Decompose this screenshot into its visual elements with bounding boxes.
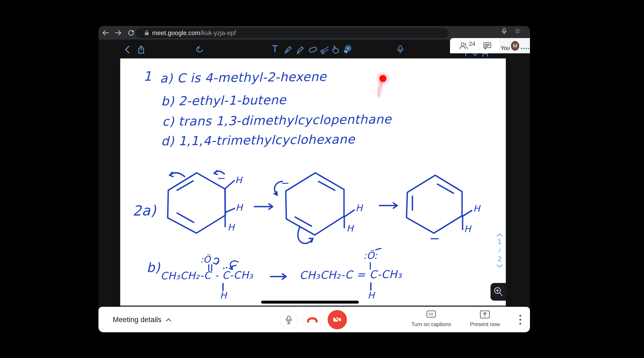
lock-icon <box>144 30 149 36</box>
chemistry-drawing: H H H H H H H H H − − − :Ö :Ö: <box>120 58 506 305</box>
highlighter-tool[interactable] <box>296 45 305 54</box>
captions-label: Turn on captions <box>411 321 451 327</box>
meet-bottom-bar: Meeting details CC Turn <box>98 307 530 332</box>
undo-icon[interactable] <box>195 45 204 54</box>
pen-tool[interactable] <box>284 45 293 54</box>
text-tool[interactable]: T <box>272 44 278 54</box>
wb-back-icon[interactable] <box>123 45 132 54</box>
participant-count: 24 <box>469 40 475 47</box>
chat-icon[interactable] <box>483 42 492 50</box>
meeting-details-toggle[interactable]: Meeting details <box>113 316 171 324</box>
page-separator: / <box>498 247 501 254</box>
h-label: H <box>236 202 243 213</box>
more-options-button[interactable] <box>517 314 524 326</box>
hidden-toolbar-icon-fragments <box>464 53 490 57</box>
url-domain: meet.google.com <box>152 29 200 36</box>
oxygen-right: :Ö: <box>363 250 378 261</box>
h-label: H <box>464 223 472 234</box>
voice-search-icon[interactable] <box>501 28 507 35</box>
page-down-icon[interactable] <box>496 264 503 268</box>
hang-up-icon <box>307 317 318 323</box>
panel-divider <box>479 41 479 50</box>
browser-window: meet.google.com/kuk-yzja-epf ☆ T <box>98 26 530 332</box>
present-label: Present now <box>470 321 500 327</box>
zoom-in-button[interactable] <box>491 283 506 301</box>
meet-top-panel: 24 You M <box>450 38 530 53</box>
magnifier-plus-icon <box>493 287 503 297</box>
whiteboard-canvas[interactable]: 1 a) C is 4-methyl-2-hexene b) 2-ethyl-1… <box>120 58 506 307</box>
h-label: H <box>346 223 354 234</box>
avatar[interactable]: M <box>511 41 519 51</box>
h-label: H <box>368 290 375 301</box>
url-bar[interactable]: meet.google.com/kuk-yzja-epf <box>136 28 449 38</box>
camera-off-icon <box>332 316 342 323</box>
bookmark-star-icon[interactable]: ☆ <box>514 27 521 35</box>
present-icon <box>480 310 490 319</box>
page-up-icon[interactable] <box>496 233 503 237</box>
laser-pointer-dot <box>377 73 389 96</box>
self-view-strip: You M <box>499 38 530 53</box>
scissors-tool[interactable] <box>320 45 329 54</box>
h-label: H <box>356 203 363 213</box>
h-label: H <box>220 290 228 301</box>
scrollbar-handle[interactable] <box>261 301 359 304</box>
hand-tool[interactable] <box>331 45 340 54</box>
mic-icon <box>285 315 292 325</box>
forward-icon[interactable] <box>115 29 122 36</box>
captions-icon-text: CC <box>429 312 434 316</box>
minus-charge: − <box>428 231 439 246</box>
browser-chrome: meet.google.com/kuk-yzja-epf ☆ <box>98 26 530 40</box>
chevron-up-icon <box>166 318 171 322</box>
page-current: 1 <box>497 238 502 245</box>
reload-icon[interactable] <box>127 29 135 36</box>
you-label: You <box>501 45 510 51</box>
page-total: 2 <box>497 256 502 263</box>
laser-pointer-tool[interactable] <box>343 45 352 54</box>
back-icon[interactable] <box>102 29 109 36</box>
avatar-initial: M <box>513 43 517 49</box>
url-path: /kuk-yzja-epf <box>200 29 236 36</box>
screen-background: meet.google.com/kuk-yzja-epf ☆ T <box>0 0 644 358</box>
minus-charge: − <box>216 172 225 184</box>
participants-icon[interactable] <box>459 42 468 50</box>
h-label: H <box>235 175 243 185</box>
meeting-details-label: Meeting details <box>113 316 162 324</box>
share-icon[interactable] <box>137 45 146 54</box>
minus-charge: − <box>280 177 289 189</box>
h-label: H <box>228 222 235 233</box>
wb-mic-icon[interactable] <box>396 45 405 54</box>
hang-up-button[interactable] <box>303 311 321 329</box>
audio-level-dots <box>521 47 530 50</box>
captions-icon: CC <box>426 310 436 318</box>
page-indicator: 1 / 2 <box>494 233 506 268</box>
h-label: H <box>473 203 481 214</box>
camera-off-button[interactable] <box>328 310 347 329</box>
oxygen-left: :Ö <box>200 254 211 265</box>
mic-button[interactable] <box>280 311 298 329</box>
eraser-tool[interactable] <box>308 45 317 54</box>
